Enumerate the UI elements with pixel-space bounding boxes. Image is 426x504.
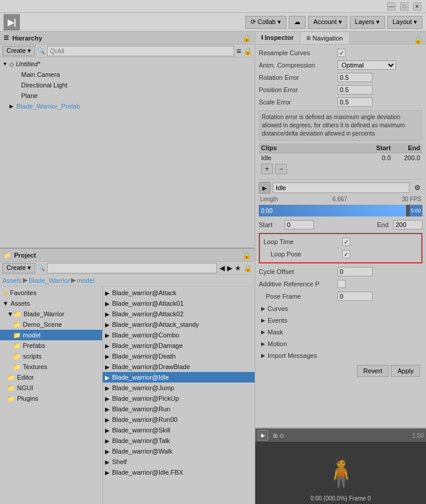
section-import-messages[interactable]: ▶ Import Messages	[259, 350, 422, 361]
file-item-attack01[interactable]: ▶ Blade_warrior@Attack01	[103, 298, 255, 309]
clips-row-idle[interactable]: Idle 0.0 200.0	[259, 153, 422, 163]
section-motion[interactable]: ▶ Motion	[259, 338, 422, 350]
breadcrumb-assets[interactable]: Assets	[2, 277, 22, 284]
project-search-input[interactable]	[47, 263, 217, 273]
proj-item-favorites[interactable]: ★ Favorites	[0, 287, 102, 298]
cloud-button[interactable]: ☁	[289, 16, 306, 29]
file-item-pickup[interactable]: ▶ Blade_warrior@PickUp	[103, 393, 255, 404]
proj-label-plugins: Plugins	[17, 395, 38, 402]
file-label-run: Blade_warrior@Run	[112, 405, 170, 412]
hierarchy-toolbar: Create ▾ 🔍 ≡ 🔒	[0, 45, 255, 57]
hier-item-dirlight[interactable]: Directional Light	[0, 80, 255, 90]
file-item-shelf[interactable]: ▶ Shelf	[103, 456, 255, 467]
file-item-idlefbx[interactable]: ▶ Blade_warrior@Idle.FBX	[103, 467, 255, 478]
clips-remove-button[interactable]: −	[275, 164, 287, 174]
layout-button[interactable]: Layout ▾	[387, 16, 422, 29]
hierarchy-options-icon[interactable]: ≡	[236, 46, 241, 56]
anim-compression-select[interactable]: Optimal Off Keyframe Reduction	[337, 60, 396, 70]
file-item-talk[interactable]: ▶ Blade_warrior@Talk	[103, 435, 255, 446]
file-item-idle[interactable]: ▶ Blade_warrior@Idle	[103, 372, 255, 383]
project-back-icon[interactable]: ◀	[219, 264, 225, 272]
file-item-attack02[interactable]: ▶ Blade_warrior@Attack02	[103, 309, 255, 319]
resample-curves-checkbox[interactable]: ✓	[337, 49, 346, 57]
file-item-attackstandy[interactable]: ▶ Blade_warrior@Attack_standy	[103, 319, 255, 330]
file-item-run[interactable]: ▶ Blade_warrior@Run	[103, 404, 255, 414]
hierarchy-create-button[interactable]: Create ▾	[2, 46, 35, 56]
proj-item-ngui[interactable]: 📁 NGUI	[0, 383, 102, 393]
project-create-button[interactable]: Create ▾	[2, 263, 35, 273]
project-icon: 📁	[4, 252, 11, 258]
hier-item-untitled[interactable]: ▼ ◇ Untitled*	[0, 59, 255, 69]
section-curves[interactable]: ▶ Curves	[259, 303, 422, 314]
hier-label-maincamera: Main Camera	[21, 71, 60, 78]
breadcrumb-bladewarrior[interactable]: Blade_Warrior	[29, 277, 70, 284]
file-item-death[interactable]: ▶ Blade_warrior@Death	[103, 351, 255, 361]
pose-frame-input[interactable]	[337, 292, 373, 301]
hier-item-maincamera[interactable]: Main Camera	[0, 69, 255, 80]
proj-item-textures[interactable]: 📁 Textures	[0, 361, 102, 372]
proj-label-ngui: NGUI	[17, 384, 33, 391]
scale-error-input[interactable]	[337, 97, 373, 107]
rotation-error-input[interactable]	[337, 73, 373, 82]
apply-button[interactable]: Apply	[391, 365, 420, 377]
main-layout: ☰ Hierarchy 🔒 Create ▾ 🔍 ≡ 🔒 ▼ ◇ Untitle…	[0, 32, 426, 504]
clips-add-button[interactable]: +	[261, 164, 273, 174]
proj-item-demoscene[interactable]: 📁 Demo_Scene	[0, 319, 102, 330]
loop-pose-checkbox[interactable]: ✓	[342, 250, 350, 258]
account-button[interactable]: Account ▾	[308, 16, 347, 29]
inspector-lock-icon[interactable]: 🔒	[414, 36, 426, 44]
file-item-skill[interactable]: ▶ Blade_warrior@Skill	[103, 425, 255, 435]
minimize-button[interactable]: —	[387, 2, 395, 11]
tab-navigation[interactable]: ⊞ Navigation	[300, 32, 350, 44]
proj-item-scripts[interactable]: 📁 scripts	[0, 351, 102, 361]
proj-item-assets[interactable]: ▼ Assets	[0, 298, 102, 309]
file-label-jump: Blade_warrior@Jump	[112, 384, 174, 391]
cycle-offset-input[interactable]	[337, 267, 373, 276]
collab-button[interactable]: ⟳ Collab ▾	[245, 16, 286, 29]
close-button[interactable]: ✕	[413, 2, 421, 11]
section-mask[interactable]: ▶ Mask	[259, 326, 422, 338]
maximize-button[interactable]: □	[400, 2, 408, 11]
end-input[interactable]	[393, 220, 422, 229]
anim-play-button[interactable]: ▶	[259, 182, 271, 194]
proj-item-plugins[interactable]: 📁 Plugins	[0, 393, 102, 404]
file-label-walk: Blade_warrior@Walk	[112, 448, 173, 455]
project-lock-icon[interactable]: 🔒	[242, 251, 251, 259]
loop-time-checkbox[interactable]: ✓	[342, 238, 350, 246]
file-label-attackstandy: Blade_warrior@Attack_standy	[112, 321, 199, 328]
anim-gear-button[interactable]: ⚙	[412, 182, 422, 193]
additive-ref-checkbox[interactable]	[337, 280, 346, 288]
start-input[interactable]	[285, 220, 314, 229]
hier-item-bladewarrior[interactable]: ▶ Blade_Warrior_Prefab	[0, 101, 255, 111]
position-error-input[interactable]	[337, 85, 373, 94]
tab-inspector[interactable]: ℹ Inspector	[255, 32, 300, 44]
breadcrumb-model[interactable]: model	[77, 277, 94, 284]
file-item-attack[interactable]: ▶ Blade_warrior@Attack	[103, 287, 255, 298]
project-lock2-icon[interactable]: 🔒	[244, 264, 252, 272]
file-item-run00[interactable]: ▶ Blade_warrior@Run00	[103, 414, 255, 425]
hier-item-plane[interactable]: Plane	[0, 90, 255, 101]
file-item-damage[interactable]: ▶ Blade_warrior@Damage	[103, 340, 255, 351]
project-star-icon[interactable]: ★	[235, 264, 241, 272]
section-events[interactable]: ▶ Events	[259, 314, 422, 326]
proj-item-bladewarrior[interactable]: ▼📁 Blade_Warrior	[0, 309, 102, 319]
hier-label-dirlight: Directional Light	[21, 82, 67, 89]
proj-item-editor[interactable]: 📁 Editor	[0, 372, 102, 383]
layers-button[interactable]: Layers ▾	[350, 16, 385, 29]
proj-item-prefabs[interactable]: 📁 Prefabs	[0, 340, 102, 351]
file-item-combo[interactable]: ▶ Blade_warrior@Combo	[103, 330, 255, 340]
file-item-walk[interactable]: ▶ Blade_warrior@Walk	[103, 446, 255, 456]
file-item-drawblade[interactable]: ▶ Blade_warrior@DrawBlade	[103, 361, 255, 372]
project-forward-icon[interactable]: ▶	[227, 264, 232, 272]
revert-button[interactable]: Revert	[357, 365, 388, 377]
anim-timeline[interactable]: 0:00 5:00	[259, 205, 422, 217]
proj-item-model[interactable]: 📁 model	[0, 330, 102, 340]
hier-label-plane: Plane	[21, 92, 38, 99]
hierarchy-lock-icon[interactable]: 🔒	[242, 34, 251, 42]
preview-play-button[interactable]: ▶	[258, 430, 268, 441]
file-item-jump[interactable]: ▶ Blade_warrior@Jump	[103, 383, 255, 393]
hierarchy-search-input[interactable]	[47, 46, 234, 56]
hierarchy-lock2-icon[interactable]: 🔒	[244, 47, 252, 55]
clips-header: Clips Start End	[259, 143, 422, 153]
anim-name-input[interactable]	[273, 182, 410, 193]
